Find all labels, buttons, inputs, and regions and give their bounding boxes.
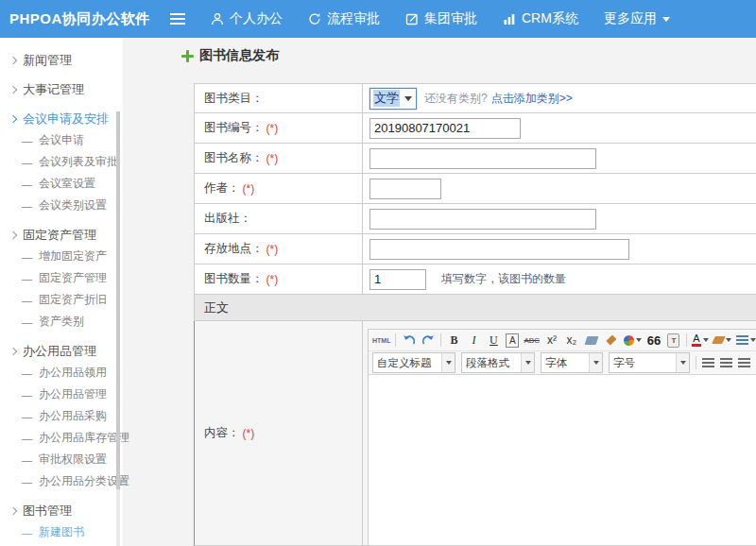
quantity-input[interactable]	[369, 269, 426, 290]
font-size-select[interactable]: 字号	[609, 352, 690, 373]
top-menu: 个人办公 流程审批 集团审批 CRM系统 更多应用	[170, 0, 670, 38]
sidebar-item-meeting-list[interactable]: —会议列表及审批	[0, 151, 123, 173]
nav-personal-office[interactable]: 个人办公	[211, 10, 283, 27]
form-row-book-number: 图书编号：(*)	[194, 113, 756, 144]
caret-down-icon	[521, 353, 534, 372]
sidebar-item-approval-permission[interactable]: —审批权限设置	[0, 449, 123, 470]
editor-content-area[interactable]	[369, 375, 756, 546]
required-mark: (*)	[266, 122, 279, 135]
dash-icon: —	[22, 251, 32, 263]
required-mark: (*)	[243, 427, 255, 440]
nav-process-approval[interactable]: 流程审批	[308, 10, 380, 27]
location-input[interactable]	[369, 239, 629, 260]
toolbar-separator	[696, 356, 696, 369]
sidebar-scrollbar[interactable]	[116, 111, 120, 546]
sidebar-item-asset-add[interactable]: —增加固定资产	[0, 246, 123, 267]
form-row-publisher: 出版社：	[194, 204, 756, 234]
sidebar-item-supplies-purchase[interactable]: —办公用品采购	[0, 405, 123, 427]
sidebar-item-meeting-mgmt[interactable]: 会议申请及安排	[0, 108, 123, 129]
dash-icon: —	[22, 157, 32, 168]
form-row-author: 作者：(*)	[194, 174, 756, 204]
add-category-link[interactable]: 点击添加类别>>	[491, 91, 573, 107]
sidebar-item-news-mgmt[interactable]: 新闻管理	[0, 49, 123, 71]
list-icon	[736, 335, 748, 345]
publisher-input[interactable]	[369, 209, 596, 230]
italic-button[interactable]: I	[466, 333, 481, 349]
color-bar-icon	[692, 344, 701, 347]
category-select[interactable]: 文学	[369, 88, 417, 110]
sidebar-item-supplies-manage[interactable]: —办公用品管理	[0, 384, 123, 405]
subscript-button[interactable]: x₂	[564, 333, 579, 349]
chevron-right-icon	[9, 114, 17, 122]
highlight-color-button[interactable]	[713, 333, 731, 349]
caret-down-icon	[404, 96, 412, 101]
book-form: 图书类目： 文学 还没有类别? 点击添加类别>> 图书编号：(*) 图书名称：(…	[194, 83, 756, 546]
sidebar-item-meeting-type[interactable]: —会议类别设置	[0, 195, 123, 216]
dash-icon: —	[22, 476, 32, 487]
nav-more-apps[interactable]: 更多应用	[604, 10, 670, 27]
sidebar-item-supplies-inventory[interactable]: —办公用品库存管理	[0, 427, 123, 449]
dash-icon: —	[22, 411, 32, 422]
ordered-list-button[interactable]	[736, 333, 756, 349]
align-left-icon[interactable]	[702, 358, 714, 367]
sidebar-item-milestones-mgmt[interactable]: 大事记管理	[0, 78, 123, 100]
nav-crm-system[interactable]: CRM系统	[503, 10, 578, 27]
hamburger-menu-icon[interactable]	[170, 13, 185, 25]
chevron-right-icon	[9, 85, 17, 93]
align-center-icon[interactable]	[720, 358, 732, 367]
toolbar-separator	[440, 333, 441, 347]
sidebar-item-meeting-apply[interactable]: —会议申请	[0, 129, 123, 151]
rich-text-editor: HTML B I U A ABC x² x₂	[368, 329, 756, 546]
heading-select[interactable]: 自定义标题	[372, 352, 455, 373]
bold-button[interactable]: B	[446, 333, 461, 349]
form-row-book-name: 图书名称：(*)	[194, 144, 756, 174]
author-input[interactable]	[369, 179, 441, 199]
underline-button[interactable]: U	[486, 333, 501, 349]
font-family-select[interactable]: 字体	[541, 352, 603, 373]
scrollbar-thumb[interactable]	[116, 111, 120, 489]
chevron-right-icon	[9, 56, 17, 63]
book-name-input[interactable]	[369, 148, 596, 169]
dash-icon: —	[22, 200, 32, 212]
caret-down-icon	[676, 353, 689, 372]
editor-toolbar-row-2: 自定义标题 段落格式 字体 字号	[369, 351, 756, 374]
dash-icon: —	[22, 367, 32, 379]
field-label: 图书编号：(*)	[195, 113, 363, 143]
sidebar-item-supplies-category[interactable]: —办公用品分类设置	[0, 470, 123, 492]
auto-typeset-icon[interactable]	[624, 333, 642, 349]
remove-format-icon[interactable]	[584, 333, 599, 349]
app-window: PHPOA协同办公软件 个人办公 流程审批 集团审批 CRM系统 更多应用	[0, 0, 756, 546]
sidebar-item-supplies-claim[interactable]: —办公用品领用	[0, 362, 123, 384]
book-number-input[interactable]	[369, 118, 521, 139]
top-navigation-bar: PHPOA协同办公软件 个人办公 流程审批 集团审批 CRM系统 更多应用	[0, 0, 756, 38]
sidebar-item-supplies-mgmt[interactable]: 办公用品管理	[0, 340, 123, 362]
undo-icon[interactable]	[401, 333, 416, 349]
sidebar-item-book-new[interactable]: —新建图书	[0, 521, 123, 543]
superscript-button[interactable]: x²	[544, 333, 559, 349]
app-logo: PHPOA协同办公软件	[9, 10, 150, 28]
sidebar-item-asset-category[interactable]: —资产类别	[0, 311, 123, 333]
source-code-button[interactable]: HTML	[372, 333, 390, 349]
required-mark: (*)	[266, 243, 279, 256]
redo-icon[interactable]	[421, 333, 436, 349]
sidebar-item-book-mgmt[interactable]: 图书管理	[0, 500, 123, 521]
sidebar-item-meeting-room[interactable]: —会议室设置	[0, 173, 123, 195]
paragraph-format-select[interactable]: 段落格式	[461, 352, 535, 373]
blockquote-button[interactable]: 66	[646, 333, 662, 349]
dash-icon: —	[22, 433, 32, 444]
form-row-content: 内容：(*) HTML B I U A	[194, 321, 756, 546]
char-border-button[interactable]: A	[506, 333, 519, 348]
strikethrough-button[interactable]: ABC	[524, 333, 539, 349]
sidebar-item-asset-manage[interactable]: —固定资产管理	[0, 267, 123, 289]
sidebar-item-assets-mgmt[interactable]: 固定资产管理	[0, 224, 123, 246]
sidebar-item-asset-depreciation[interactable]: —固定资产折旧	[0, 289, 123, 311]
align-right-icon[interactable]	[738, 358, 750, 367]
nav-group-approval[interactable]: 集团审批	[405, 10, 477, 27]
field-label: 图书类目：	[195, 84, 363, 112]
paste-text-icon[interactable]: T	[666, 333, 681, 349]
chevron-right-icon	[9, 506, 17, 514]
font-color-button[interactable]: A	[692, 333, 709, 349]
format-brush-icon[interactable]	[604, 333, 619, 349]
caret-down-icon	[662, 17, 670, 22]
dash-icon: —	[22, 316, 32, 328]
